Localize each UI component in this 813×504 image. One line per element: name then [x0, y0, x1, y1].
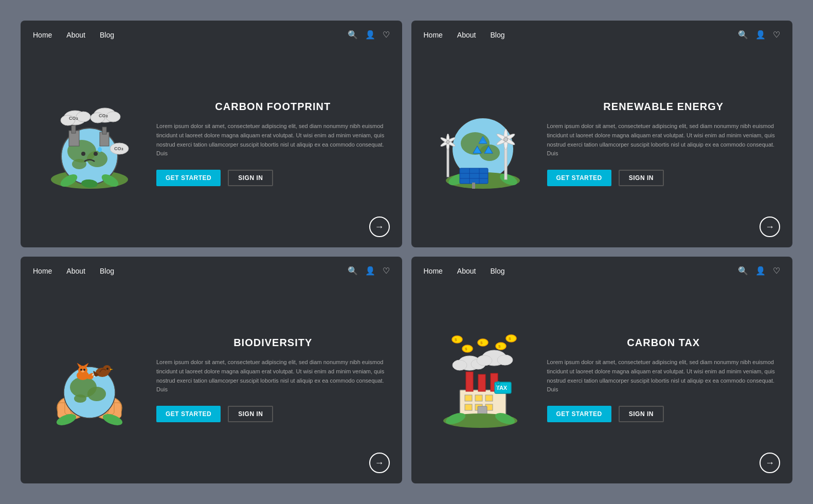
- svg-point-18: [76, 112, 91, 122]
- biodiversity-illustration: [33, 328, 146, 431]
- btn-row-2: GET STARTED SIGN IN: [547, 170, 781, 186]
- nav-blog-4[interactable]: Blog: [490, 267, 504, 275]
- svg-point-4: [72, 159, 86, 169]
- sign-in-btn-2[interactable]: SIGN IN: [619, 170, 664, 186]
- nav-home-1[interactable]: Home: [33, 31, 52, 39]
- carbon-tax-illustration: $ $ $ $ $ TAX: [424, 328, 537, 431]
- svg-point-42: [503, 137, 508, 141]
- btn-row-4: GET STARTED SIGN IN: [547, 406, 781, 422]
- search-icon-3[interactable]: 🔍: [348, 266, 358, 276]
- svg-point-75: [106, 368, 109, 370]
- navbar-3: Home About Blog 🔍 👤 ♡: [21, 257, 402, 281]
- svg-point-91: [477, 355, 492, 366]
- svg-text:$: $: [455, 337, 457, 342]
- nav-icons-2: 🔍 👤 ♡: [738, 30, 780, 40]
- card-text-2: Lorem ipsum dolor sit amet, consectetuer…: [547, 122, 781, 158]
- navbar-1: Home About Blog 🔍 👤 ♡: [21, 21, 402, 45]
- navbar-2: Home About Blog 🔍 👤 ♡: [411, 21, 793, 45]
- arrow-btn-3[interactable]: →: [369, 453, 390, 473]
- svg-point-6: [94, 152, 98, 156]
- card-body-4: $ $ $ $ $ TAX: [411, 281, 793, 483]
- nav-icons-3: 🔍 👤 ♡: [348, 266, 390, 276]
- svg-point-5: [81, 152, 85, 156]
- user-icon-1[interactable]: 👤: [365, 30, 375, 40]
- svg-point-99: [506, 335, 516, 342]
- svg-point-60: [87, 387, 106, 401]
- svg-rect-79: [485, 395, 493, 401]
- svg-text:$: $: [465, 347, 467, 351]
- nav-links-3: Home About Blog: [33, 267, 348, 275]
- search-icon-4[interactable]: 🔍: [738, 266, 748, 276]
- svg-rect-37: [472, 183, 475, 189]
- nav-about-3[interactable]: About: [66, 267, 85, 275]
- heart-icon-2[interactable]: ♡: [773, 30, 780, 40]
- svg-point-101: [452, 336, 462, 343]
- card-body-2: RENEWABLE ENERGY Lorem ipsum dolor sit a…: [411, 45, 793, 247]
- svg-point-88: [453, 360, 467, 370]
- btn-row-3: GET STARTED SIGN IN: [156, 406, 390, 422]
- search-icon-2[interactable]: 🔍: [738, 30, 748, 40]
- get-started-btn-1[interactable]: GET STARTED: [156, 170, 221, 186]
- svg-point-92: [497, 355, 513, 365]
- nav-about-1[interactable]: About: [66, 31, 85, 39]
- navbar-4: Home About Blog 🔍 👤 ♡: [411, 257, 793, 281]
- svg-rect-78: [475, 395, 482, 401]
- carbon-footprint-illustration: CO₂ CO₂ CO₂: [33, 92, 146, 195]
- sign-in-btn-3[interactable]: SIGN IN: [228, 406, 273, 422]
- content-2: RENEWABLE ENERGY Lorem ipsum dolor sit a…: [547, 101, 781, 186]
- user-icon-4[interactable]: 👤: [755, 266, 766, 276]
- arrow-btn-4[interactable]: →: [760, 453, 780, 473]
- sign-in-btn-1[interactable]: SIGN IN: [228, 170, 273, 186]
- card-title-4: CARBON TAX: [547, 337, 781, 349]
- get-started-btn-2[interactable]: GET STARTED: [547, 170, 611, 186]
- search-icon-1[interactable]: 🔍: [348, 30, 358, 40]
- svg-point-71: [81, 370, 84, 372]
- nav-blog-2[interactable]: Blog: [490, 31, 504, 39]
- card-title-2: RENEWABLE ENERGY: [547, 101, 781, 113]
- btn-row-1: GET STARTED SIGN IN: [156, 170, 390, 186]
- svg-rect-32: [460, 168, 488, 184]
- svg-text:CO₂: CO₂: [69, 116, 78, 121]
- heart-icon-1[interactable]: ♡: [383, 30, 390, 40]
- arrow-btn-1[interactable]: →: [369, 217, 390, 237]
- svg-text:CO₂: CO₂: [114, 146, 123, 151]
- card-text-3: Lorem ipsum dolor sit amet, consectetuer…: [156, 358, 390, 394]
- svg-text:$: $: [498, 344, 501, 349]
- card-title-1: CARBON FOOTPRINT: [156, 101, 390, 113]
- card-renewable-energy: Home About Blog 🔍 👤 ♡: [411, 21, 793, 247]
- get-started-btn-4[interactable]: GET STARTED: [547, 406, 611, 422]
- svg-marker-74: [110, 369, 113, 370]
- svg-point-22: [106, 112, 120, 122]
- content-4: CARBON TAX Lorem ipsum dolor sit amet, c…: [547, 337, 781, 422]
- sign-in-btn-4[interactable]: SIGN IN: [619, 406, 664, 422]
- heart-icon-3[interactable]: ♡: [383, 266, 390, 276]
- svg-text:$: $: [509, 336, 511, 341]
- svg-rect-85: [478, 374, 485, 391]
- svg-rect-13: [71, 125, 76, 133]
- get-started-btn-3[interactable]: GET STARTED: [156, 406, 221, 422]
- user-icon-2[interactable]: 👤: [755, 30, 766, 40]
- card-body-1: CO₂ CO₂ CO₂ CARBON FOOTPRINT Lorem ipsum…: [21, 45, 402, 247]
- svg-point-93: [462, 345, 473, 352]
- svg-rect-84: [466, 372, 473, 391]
- card-carbon-tax: Home About Blog 🔍 👤 ♡: [411, 257, 793, 483]
- card-biodiversity: Home About Blog 🔍 👤 ♡: [21, 257, 402, 483]
- nav-home-4[interactable]: Home: [424, 267, 443, 275]
- user-icon-3[interactable]: 👤: [365, 266, 375, 276]
- nav-home-3[interactable]: Home: [33, 267, 52, 275]
- svg-point-7: [98, 147, 102, 152]
- nav-blog-3[interactable]: Blog: [100, 267, 114, 275]
- heart-icon-4[interactable]: ♡: [773, 266, 780, 276]
- svg-point-97: [496, 343, 506, 350]
- nav-home-2[interactable]: Home: [424, 31, 443, 39]
- nav-about-4[interactable]: About: [457, 267, 476, 275]
- card-body-3: BIODIVERSITY Lorem ipsum dolor sit amet,…: [21, 281, 402, 483]
- card-title-3: BIODIVERSITY: [156, 337, 390, 349]
- card-text-4: Lorem ipsum dolor sit amet, consectetuer…: [547, 358, 781, 394]
- nav-about-2[interactable]: About: [457, 31, 476, 39]
- arrow-btn-2[interactable]: →: [760, 217, 780, 237]
- svg-text:CO₂: CO₂: [99, 113, 108, 118]
- content-3: BIODIVERSITY Lorem ipsum dolor sit amet,…: [156, 337, 390, 422]
- card-carbon-footprint: Home About Blog 🔍 👤 ♡: [21, 21, 402, 247]
- nav-blog-1[interactable]: Blog: [100, 31, 114, 39]
